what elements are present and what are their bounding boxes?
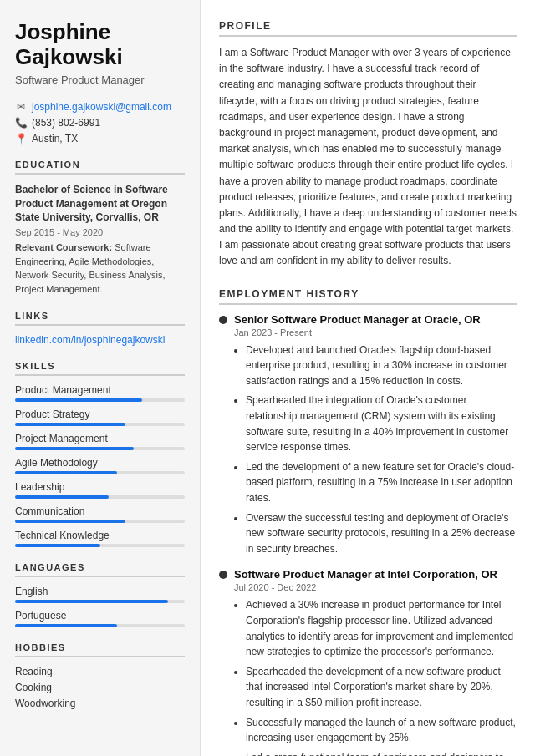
languages-list: English Portuguese <box>15 586 185 627</box>
skill-bar-fill <box>15 520 125 523</box>
skills-list: Product Management Product Strategy Proj… <box>15 384 185 547</box>
bullet-item: Led the development of a new feature set… <box>246 459 517 506</box>
skill-bar-fill <box>15 471 117 474</box>
emp-dates: Jul 2020 - Dec 2022 <box>234 582 517 592</box>
bullet-item: Spearheaded the integration of Oracle's … <box>246 393 517 454</box>
hobbies-heading: HOBBIES <box>15 642 185 657</box>
employment-entry: Senior Software Product Manager at Oracl… <box>219 313 517 557</box>
skills-section: SKILLS Product Management Product Strate… <box>15 361 185 547</box>
sidebar: Josphine Gajkowski Software Product Mana… <box>0 0 201 756</box>
bullet-item: Oversaw the successful testing and deplo… <box>246 510 517 557</box>
hobby-item: Cooking <box>15 682 185 693</box>
skill-bar-fill <box>15 423 125 426</box>
bullet-item: Led a cross-functional team of engineers… <box>246 750 517 756</box>
employment-section: EMPLOYMENT HISTORY Senior Software Produ… <box>219 288 517 756</box>
skill-bar-bg <box>15 471 185 474</box>
emp-dot <box>219 316 227 324</box>
skill-label: Product Strategy <box>15 408 185 420</box>
skill-bar-fill <box>15 398 142 402</box>
profile-text: I am a Software Product Manager with ove… <box>219 45 517 270</box>
language-label: Portuguese <box>15 610 185 622</box>
contact-phone: 📞 (853) 802-6991 <box>15 117 185 129</box>
languages-section: LANGUAGES English Portuguese <box>15 562 185 627</box>
employment-list: Senior Software Product Manager at Oracl… <box>219 313 517 756</box>
bullet-item: Successfully managed the launch of a new… <box>246 715 517 746</box>
education-section: EDUCATION Bachelor of Science in Softwar… <box>15 160 185 296</box>
skill-bar-bg <box>15 423 185 426</box>
skill-bar-bg <box>15 520 185 523</box>
skill-label: Project Management <box>15 433 185 444</box>
skill-bar-bg <box>15 495 185 499</box>
edu-dates: Sep 2015 - May 2020 <box>15 227 185 237</box>
skill-label: Leadership <box>15 481 185 493</box>
language-bar-fill <box>15 624 117 627</box>
language-bar-fill <box>15 600 168 603</box>
bullet-item: Achieved a 30% increase in product perfo… <box>246 597 517 659</box>
skill-item: Product Management <box>15 384 185 402</box>
contact-section: ✉ josphine.gajkowski@gmail.com 📞 (853) 8… <box>15 101 185 145</box>
phone-icon: 📞 <box>15 117 27 129</box>
skill-item: Agile Methodology <box>15 457 185 474</box>
candidate-name: Josphine Gajkowski <box>15 20 185 70</box>
emp-dot <box>219 571 227 579</box>
skill-item: Leadership <box>15 481 185 499</box>
emp-title: Senior Software Product Manager at Oracl… <box>234 313 481 326</box>
skill-item: Product Strategy <box>15 408 185 426</box>
bullet-item: Developed and launched Oracle's flagship… <box>246 342 517 389</box>
location-icon: 📍 <box>15 133 27 145</box>
skill-label: Product Management <box>15 384 185 396</box>
languages-heading: LANGUAGES <box>15 562 185 577</box>
profile-heading: PROFILE <box>219 20 517 37</box>
name-title-section: Josphine Gajkowski Software Product Mana… <box>15 20 185 86</box>
skill-label: Agile Methodology <box>15 457 185 469</box>
main-content: PROFILE I am a Software Product Manager … <box>201 0 535 756</box>
contact-location: 📍 Austin, TX <box>15 133 185 145</box>
skill-item: Project Management <box>15 433 185 450</box>
emp-dates: Jan 2023 - Present <box>234 327 517 337</box>
hobby-item: Reading <box>15 666 185 677</box>
edu-courses: Relevant Coursework: Software Engineerin… <box>15 241 185 296</box>
job-title: Software Product Manager <box>15 74 185 86</box>
language-item: English <box>15 586 185 603</box>
links-section: LINKS linkedin.com/in/josphinegajkowski <box>15 311 185 346</box>
linkedin-link[interactable]: linkedin.com/in/josphinegajkowski <box>15 334 185 346</box>
skill-bar-fill <box>15 544 100 547</box>
emp-title: Software Product Manager at Intel Corpor… <box>234 568 497 581</box>
employment-entry: Software Product Manager at Intel Corpor… <box>219 568 517 756</box>
hobby-item: Woodworking <box>15 698 185 709</box>
skill-bar-bg <box>15 544 185 547</box>
language-label: English <box>15 586 185 597</box>
hobbies-section: HOBBIES ReadingCookingWoodworking <box>15 642 185 709</box>
employment-heading: EMPLOYMENT HISTORY <box>219 288 517 305</box>
education-heading: EDUCATION <box>15 160 185 175</box>
bullet-item: Spearheaded the development of a new sof… <box>246 664 517 711</box>
contact-email[interactable]: ✉ josphine.gajkowski@gmail.com <box>15 101 185 113</box>
language-bar-bg <box>15 600 185 603</box>
skill-bar-bg <box>15 447 185 450</box>
emp-header: Software Product Manager at Intel Corpor… <box>219 568 517 581</box>
links-heading: LINKS <box>15 311 185 326</box>
skill-label: Communication <box>15 505 185 517</box>
emp-bullets: Achieved a 30% increase in product perfo… <box>234 597 517 756</box>
skill-bar-fill <box>15 447 134 450</box>
skill-bar-fill <box>15 495 109 499</box>
hobbies-list: ReadingCookingWoodworking <box>15 666 185 709</box>
email-icon: ✉ <box>15 101 27 113</box>
skill-item: Communication <box>15 505 185 523</box>
profile-section: PROFILE I am a Software Product Manager … <box>219 20 517 270</box>
edu-degree: Bachelor of Science in Software Product … <box>15 183 185 225</box>
skill-bar-bg <box>15 398 185 402</box>
skill-item: Technical Knowledge <box>15 530 185 547</box>
language-item: Portuguese <box>15 610 185 627</box>
emp-header: Senior Software Product Manager at Oracl… <box>219 313 517 326</box>
language-bar-bg <box>15 624 185 627</box>
skills-heading: SKILLS <box>15 361 185 376</box>
skill-label: Technical Knowledge <box>15 530 185 541</box>
emp-bullets: Developed and launched Oracle's flagship… <box>234 342 517 557</box>
